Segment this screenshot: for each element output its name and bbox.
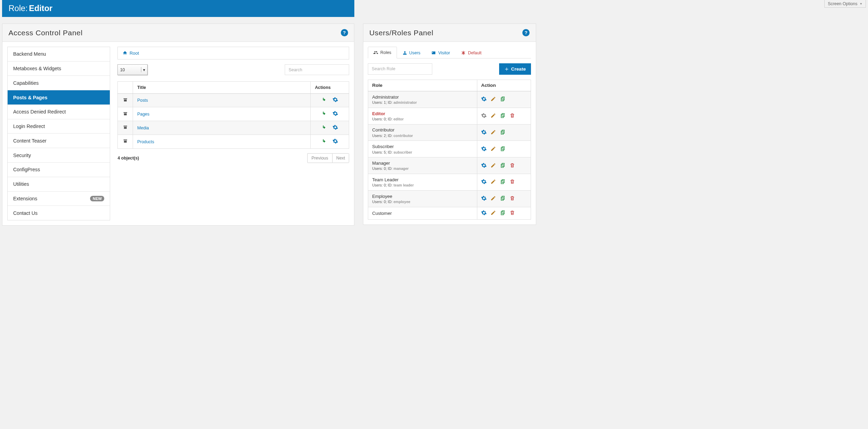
drill-down-icon[interactable] <box>321 97 327 102</box>
pencil-icon[interactable] <box>490 210 496 216</box>
role-row: EditorUsers: 0; ID: editor <box>368 108 531 124</box>
sidebar-item-label: Posts & Pages <box>13 95 47 100</box>
copy-icon[interactable] <box>500 195 506 201</box>
sidebar-item[interactable]: Utilities <box>8 177 110 192</box>
post-type-link[interactable]: Media <box>137 126 149 130</box>
role-name[interactable]: Employee <box>372 194 473 199</box>
sidebar-item[interactable]: Login Redirect <box>8 119 110 134</box>
sidebar-item[interactable]: ConfigPress <box>8 163 110 177</box>
post-type-link[interactable]: Pages <box>137 112 149 117</box>
gear-icon[interactable] <box>481 163 487 168</box>
table-row: Pages <box>118 107 349 121</box>
idcard-icon <box>431 51 436 55</box>
role-name[interactable]: Team Leader <box>372 177 473 182</box>
search-input[interactable] <box>285 64 349 75</box>
sidebar-item[interactable]: ExtensionsNEW <box>8 192 110 206</box>
sidebar-item[interactable]: Access Denied Redirect <box>8 105 110 119</box>
pencil-icon[interactable] <box>490 129 496 135</box>
post-type-link[interactable]: Posts <box>137 98 148 103</box>
tab-default-label: Default <box>468 51 481 55</box>
role-name[interactable]: Editor <box>372 111 473 116</box>
page-size-value: 10 <box>120 67 125 72</box>
trash-icon[interactable] <box>510 179 515 184</box>
sidebar-item[interactable]: Capabilities <box>8 76 110 90</box>
trash-icon[interactable] <box>510 163 515 168</box>
sidebar-item[interactable]: Metaboxes & Widgets <box>8 62 110 76</box>
pager: Previous Next <box>307 153 349 163</box>
help-icon[interactable]: ? <box>522 29 530 36</box>
sidebar-item[interactable]: Backend Menu <box>8 47 110 62</box>
tab-roles[interactable]: Roles <box>368 47 397 58</box>
sidebar-item-label: ConfigPress <box>13 167 40 172</box>
gear-icon[interactable] <box>481 129 487 135</box>
copy-icon[interactable] <box>500 113 506 118</box>
next-button[interactable]: Next <box>332 153 349 163</box>
home-icon <box>123 51 127 55</box>
post-type-link[interactable]: Products <box>137 139 154 144</box>
pencil-icon[interactable] <box>490 146 496 152</box>
table-header-actions: Actions <box>310 81 349 93</box>
role-name[interactable]: Manager <box>372 161 473 166</box>
role-row: EmployeeUsers: 0; ID: employee <box>368 190 531 207</box>
gear-icon[interactable] <box>481 210 487 216</box>
gear-icon[interactable] <box>481 146 487 152</box>
gear-icon[interactable] <box>481 179 487 184</box>
page-size-select[interactable]: 10 ▾ <box>117 64 148 75</box>
role-name[interactable]: Subscriber <box>372 144 473 149</box>
gear-icon[interactable] <box>333 97 338 102</box>
role-row: Team LeaderUsers: 0; ID: team leader <box>368 174 531 191</box>
role-label: Role: <box>9 4 28 13</box>
tabs: Roles Users Visitor Default <box>368 47 531 58</box>
gear-icon[interactable] <box>333 111 338 116</box>
trash-icon[interactable] <box>510 113 515 118</box>
copy-icon[interactable] <box>500 146 506 152</box>
tab-visitor-label: Visitor <box>438 51 450 55</box>
gear-icon[interactable] <box>333 125 338 130</box>
trash-icon[interactable] <box>510 210 515 216</box>
tab-visitor[interactable]: Visitor <box>426 47 456 58</box>
breadcrumb-root[interactable]: Root <box>130 51 139 56</box>
sidebar-item[interactable]: Content Teaser <box>8 134 110 148</box>
role-name[interactable]: Administrator <box>372 94 473 100</box>
create-role-button[interactable]: Create <box>499 63 531 75</box>
copy-icon[interactable] <box>500 96 506 102</box>
roles-table: Role Action AdministratorUsers: 1; ID: a… <box>368 80 531 220</box>
gear-icon[interactable] <box>481 113 487 118</box>
copy-icon[interactable] <box>500 179 506 184</box>
tab-users[interactable]: Users <box>397 47 426 58</box>
sidebar-item[interactable]: Contact Us <box>8 206 110 220</box>
pencil-icon[interactable] <box>490 195 496 201</box>
pencil-icon[interactable] <box>490 163 496 168</box>
table-header-title: Title <box>133 81 310 93</box>
help-icon[interactable]: ? <box>341 29 348 36</box>
copy-icon[interactable] <box>500 210 506 216</box>
pencil-icon[interactable] <box>490 113 496 118</box>
gear-icon[interactable] <box>481 195 487 201</box>
role-name[interactable]: Customer <box>372 211 473 216</box>
copy-icon[interactable] <box>500 163 506 168</box>
user-icon <box>402 51 407 55</box>
copy-icon[interactable] <box>500 129 506 135</box>
gear-icon[interactable] <box>481 96 487 102</box>
tab-users-label: Users <box>409 51 420 55</box>
previous-button[interactable]: Previous <box>307 153 332 163</box>
role-row: SubscriberUsers: 5; ID: subscriber <box>368 141 531 157</box>
breadcrumb[interactable]: Root <box>117 47 349 60</box>
drill-down-icon[interactable] <box>321 125 327 130</box>
tab-default[interactable]: Default <box>455 47 487 58</box>
gear-icon[interactable] <box>333 138 338 144</box>
role-search-input[interactable] <box>368 63 432 75</box>
sidebar-item-label: Extensions <box>13 196 37 201</box>
users-roles-panel-title: Users/Roles Panel <box>369 29 433 37</box>
table-row: Media <box>118 121 349 135</box>
trash-icon[interactable] <box>510 195 515 201</box>
role-name[interactable]: Contributor <box>372 127 473 133</box>
sidebar-item[interactable]: Posts & Pages <box>8 90 110 105</box>
role-meta: Users: 2; ID: contributor <box>372 134 473 138</box>
pencil-icon[interactable] <box>490 179 496 184</box>
drill-down-icon[interactable] <box>321 111 327 116</box>
pencil-icon[interactable] <box>490 96 496 102</box>
sidebar-item-label: Security <box>13 153 31 158</box>
sidebar-item[interactable]: Security <box>8 148 110 163</box>
drill-down-icon[interactable] <box>321 138 327 144</box>
